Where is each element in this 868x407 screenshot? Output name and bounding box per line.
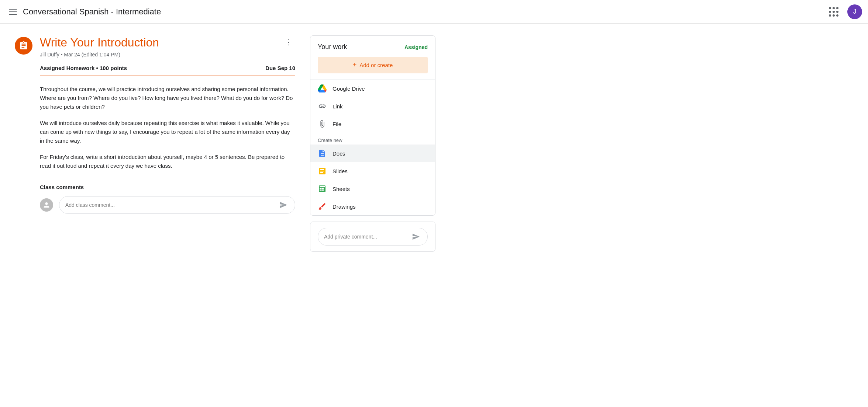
assignment-points: Assigned Homework • 100 points [40,65,127,71]
file-label: File [333,121,341,127]
docs-label: Docs [333,150,345,157]
more-options-button[interactable]: ⋮ [282,35,295,49]
avatar[interactable]: J [847,4,862,19]
left-panel: Write Your Introduction Jill Duffy • Mar… [15,35,295,252]
sheets-icon [318,184,327,193]
clipboard-icon [19,41,28,51]
drawings-icon [318,202,327,211]
link-label: Link [333,103,343,109]
apps-icon[interactable] [826,4,841,20]
drawings-label: Drawings [333,204,356,210]
assignment-icon [15,37,32,55]
comment-input[interactable] [65,202,275,208]
send-icon [279,201,287,209]
assignment-details-row: Assigned Homework • 100 points Due Sep 1… [40,60,295,76]
dropdown-item-google-drive[interactable]: Google Drive [310,80,435,97]
commenter-avatar [40,198,53,212]
class-comments-title: Class comments [40,184,295,190]
slides-icon [318,167,327,175]
your-work-card: Your work Assigned + Add or create [310,35,435,216]
main-content: Write Your Introduction Jill Duffy • Mar… [0,24,517,264]
assignment-meta: Jill Duffy • Mar 24 (Edited 1:04 PM) [40,52,275,58]
menu-icon[interactable] [6,6,20,18]
private-comment-input-area [318,228,428,246]
assignment-title: Write Your Introduction [40,35,275,49]
your-work-status: Assigned [404,44,428,50]
google-drive-icon [318,84,327,93]
your-work-title: Your work [318,43,347,51]
dropdown-menu: Google Drive Link [310,79,435,215]
google-drive-label: Google Drive [333,86,365,92]
header-title: Conversational Spanish - Intermediate [23,7,826,17]
slides-label: Slides [333,168,348,174]
comment-input-wrapper[interactable] [59,196,295,214]
your-work-header: Your work Assigned [310,36,435,57]
private-comment-card [310,222,435,252]
dropdown-item-file[interactable]: File [310,115,435,133]
send-private-icon [412,233,420,241]
divider [40,178,295,178]
create-new-label: Create new [310,133,435,145]
body-paragraph-3: For Friday's class, write a short introd… [40,153,295,170]
add-or-create-button[interactable]: + Add or create [318,57,428,73]
right-panel: Your work Assigned + Add or create [310,35,435,252]
docs-icon [318,149,327,158]
plus-icon: + [353,61,357,69]
dropdown-item-link[interactable]: Link [310,97,435,115]
assignment-header: Write Your Introduction Jill Duffy • Mar… [15,35,295,58]
link-icon [318,102,327,111]
assignment-title-area: Write Your Introduction Jill Duffy • Mar… [40,35,275,58]
send-comment-button[interactable] [278,199,289,211]
dropdown-item-docs[interactable]: Docs [310,145,435,162]
file-icon [318,119,327,128]
person-icon [42,201,51,209]
dropdown-item-drawings[interactable]: Drawings [310,198,435,215]
body-paragraph-2: We will introduce ourselves daily becaus… [40,119,295,145]
assignment-body: Throughout the course, we will practice … [40,85,295,214]
sheets-label: Sheets [333,186,350,192]
comment-input-area [40,196,295,214]
dropdown-item-sheets[interactable]: Sheets [310,180,435,198]
assignment-due: Due Sep 10 [265,65,295,71]
private-comment-input[interactable] [324,234,407,240]
private-comment-input-wrapper[interactable] [318,228,428,246]
class-comments-section: Class comments [40,184,295,214]
body-paragraph-1: Throughout the course, we will practice … [40,85,295,111]
header: Conversational Spanish - Intermediate J [0,0,868,24]
dropdown-item-slides[interactable]: Slides [310,162,435,180]
send-private-comment-button[interactable] [410,231,421,242]
header-right: J [826,4,862,20]
